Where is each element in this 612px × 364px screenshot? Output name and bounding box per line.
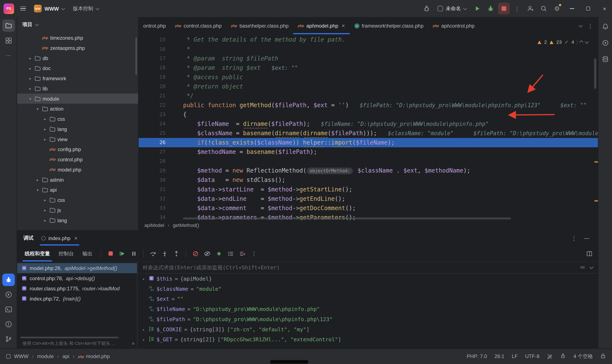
status-project[interactable]: WWW <box>14 353 28 359</box>
notifications-button[interactable] <box>599 20 611 33</box>
settings-button[interactable]: ⚙ <box>551 3 563 14</box>
tree-item-model.php[interactable]: phpmodel.php <box>17 165 138 175</box>
hidden-tabs-chevron-icon[interactable] <box>579 23 583 27</box>
editor-vscrollbar[interactable] <box>594 58 597 89</box>
tree-item-css[interactable]: ▸css <box>17 195 138 205</box>
code-line-30[interactable]: 30 $data = new stdClass(); <box>139 175 598 185</box>
tree-item-module[interactable]: ▾module <box>17 94 138 104</box>
editor-hscrollbar[interactable] <box>183 218 511 220</box>
code-line-27[interactable]: 27 $methodName = basename($filePath); <box>139 147 598 157</box>
debug-session-tab[interactable]: index.php × <box>42 231 78 246</box>
tree-chevron-icon[interactable]: ▸ <box>42 208 48 212</box>
debug-options-icon[interactable]: ⋮ <box>571 235 577 241</box>
code-line-31[interactable]: 31 $data->startLine = $method->getStartL… <box>139 185 598 194</box>
tree-item-timezones.php[interactable]: phptimezones.php <box>17 33 138 43</box>
tree-chevron-icon[interactable]: ▸ <box>42 117 48 121</box>
var-chevron-icon[interactable]: ▸ <box>141 276 146 281</box>
status-crumb-api[interactable]: api <box>62 353 69 359</box>
ai-assistant-button[interactable] <box>599 37 611 49</box>
debug-view-tab-2[interactable]: 输出 <box>78 246 97 261</box>
run-config-selector[interactable]: 未命名 <box>434 3 470 14</box>
version-control-tool-button[interactable] <box>2 333 15 345</box>
close-button[interactable]: × <box>597 2 612 15</box>
maximize-button[interactable] <box>581 2 596 15</box>
variable-row-this[interactable]: ▸o$this = {apiModel} <box>137 273 598 284</box>
tree-item-api[interactable]: ▾api <box>17 185 138 195</box>
variable-row-fileName[interactable]: 1001$fileName = "D:\phpstudy_pro\WWW\mod… <box>137 304 598 314</box>
mute-breakpoints-button[interactable] <box>190 248 201 259</box>
frame-row-model.php-26-[interactable]: model.php:26,apiModel->getMethod() <box>17 263 137 273</box>
tree-chevron-icon[interactable]: ▸ <box>35 177 40 182</box>
frame-row-router.class.php-1775-[interactable]: router.class.php:1775,router->loadMod <box>17 283 137 294</box>
main-menu-button[interactable] <box>17 3 29 14</box>
editor-tab-api-model.php[interactable]: phpapi\model.php× <box>293 17 349 34</box>
code-line-26[interactable]: 26 if(!class_exists($className)) helper:… <box>139 138 598 147</box>
frame-row-control.php-78-[interactable]: control.php:78,api->debug() <box>17 273 137 283</box>
line-separator[interactable]: LF <box>512 353 518 359</box>
variable-row-ext[interactable]: 1001$ext = "" <box>137 294 598 304</box>
editor-tab-control.class.php[interactable]: phpcontrol.class.php <box>170 17 226 34</box>
frames-hscrollbar[interactable] <box>20 337 119 338</box>
step-over-button[interactable] <box>148 248 158 259</box>
hide-panel-icon[interactable]: — <box>584 235 589 241</box>
debug-button[interactable] <box>485 3 496 14</box>
view-breakpoints-button[interactable] <box>225 248 236 259</box>
tree-item-lang[interactable]: ▸lang <box>17 215 138 225</box>
close-tab-icon[interactable]: × <box>342 23 345 29</box>
code-line-15[interactable]: 15 * Get the details of the method by fi… <box>139 35 598 44</box>
close-session-icon[interactable]: × <box>74 235 78 241</box>
var-chevron-icon[interactable]: ▸ <box>141 327 146 331</box>
toolbar-more-button[interactable]: ⋮ <box>249 248 260 259</box>
project-selector[interactable]: WW WWW <box>30 3 68 14</box>
code-line-29[interactable]: 29 $method = new ReflectionMethod(object… <box>139 166 598 175</box>
structure-tool-button[interactable] <box>2 34 15 47</box>
breadcrumb-item[interactable]: getMethod() <box>173 222 199 228</box>
indent-config[interactable]: 4 个空格 <box>573 353 593 360</box>
file-encoding[interactable]: UTF-8 <box>525 353 540 359</box>
hide-execution-point-button[interactable] <box>202 248 213 259</box>
caret-position[interactable]: 26:1 <box>494 353 504 359</box>
next-issue-icon[interactable] <box>585 40 589 43</box>
eval-options-icon[interactable] <box>580 266 584 269</box>
frame-row-index.php-72-[interactable]: index.php:72,{main}() <box>17 294 137 304</box>
inspection-widget[interactable]: 2 23 ✓4 <box>535 36 591 48</box>
code-line-20[interactable]: 20 * @return object <box>139 82 598 91</box>
debug-view-tab-1[interactable]: 控制台 <box>54 246 78 261</box>
more-actions-button[interactable]: ⋮ <box>511 3 523 14</box>
tree-chevron-icon[interactable]: ▸ <box>28 86 33 91</box>
tree-chevron-icon[interactable]: ▸ <box>28 66 33 70</box>
pause-button[interactable] <box>128 248 139 259</box>
stop-button[interactable] <box>498 3 510 14</box>
tree-chevron-icon[interactable]: ▸ <box>42 137 48 141</box>
tree-item-lib[interactable]: ▸lib <box>17 83 138 94</box>
tree-item-zentaopms.php[interactable]: phpzentaopms.php <box>17 43 138 53</box>
status-crumb-model.php[interactable]: phpmodel.php <box>78 353 110 359</box>
code-line-24[interactable]: 24 $fileName = dirname($filePath);$fileN… <box>139 119 598 129</box>
step-into-button[interactable] <box>159 248 170 259</box>
editor-tab-base-helper.class.php[interactable]: phpbase\helper.class.php <box>226 17 293 34</box>
tree-item-css[interactable]: ▸css <box>17 114 138 124</box>
variable-row-filePath[interactable]: 1001$filePath = "D:\phpstudy_pro\WWW\mod… <box>137 314 598 324</box>
prev-issue-icon[interactable] <box>580 40 583 44</box>
tree-item-framework[interactable]: ▸framework <box>17 73 138 83</box>
evaluate-expression-input[interactable]: 对表达式求值(Enter)或添加监视(Ctrl+Shift+Enter) <box>137 262 598 273</box>
tab-options-icon[interactable]: ⋮ <box>587 23 593 29</box>
editor-tab-ontrol.php[interactable]: ontrol.php <box>139 17 170 34</box>
project-scrollbar[interactable] <box>135 37 137 75</box>
tree-item-view[interactable]: ▸view <box>17 134 138 144</box>
debug-status-button[interactable] <box>560 353 566 360</box>
variable-row-_COOKIE[interactable]: ▸$_COOKIE = {string[3]} ["zh-cn", "defau… <box>137 324 598 335</box>
editor-tab-framework-helper.class.php[interactable]: cframework\helper.class.php <box>350 17 428 34</box>
code-line-33[interactable]: 33 $data->comment = $method->getDocComme… <box>139 203 598 213</box>
tree-chevron-icon[interactable]: ▸ <box>42 198 48 202</box>
phpstorm-logo-icon[interactable]: PS <box>4 3 14 14</box>
lock-button[interactable] <box>600 353 606 360</box>
variable-row-_GET[interactable]: ▸$_GET = {string[2]} ["RDpccGhwc3R1ZHl..… <box>137 334 598 344</box>
tree-chevron-icon[interactable]: ▾ <box>35 106 40 111</box>
step-out-button[interactable] <box>171 248 182 259</box>
debug-listener-button[interactable] <box>421 3 432 14</box>
code-line-22[interactable]: 22 public function getMethod($filePath, … <box>139 101 598 110</box>
code-line-32[interactable]: 32 $data->endLine = $method->getEndLine(… <box>139 194 598 203</box>
run-button[interactable] <box>472 3 483 14</box>
php-version[interactable]: PHP: 7.0 <box>467 353 487 359</box>
